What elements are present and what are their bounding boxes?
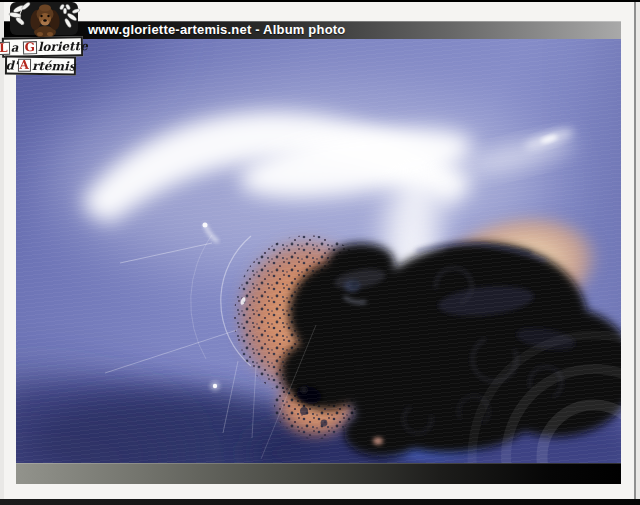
photo-graphic (16, 39, 621, 463)
site-header-bar: www.gloriette-artemis.net - Album photo (4, 21, 621, 39)
cocker-spaniel-emblem-icon (2, 1, 86, 37)
logo-text: a (11, 41, 19, 55)
window-top-edge (0, 0, 640, 2)
window-bottom-edge (0, 499, 640, 505)
album-photo[interactable] (16, 39, 621, 463)
site-url-text: www.gloriette-artemis.net - Album photo (88, 21, 345, 39)
logo-text: loriette (38, 39, 88, 54)
window-right-border (634, 2, 636, 499)
site-logo[interactable]: La Gloriette d'Artémis (2, 1, 88, 73)
logo-plaque-line1: La Gloriette (2, 36, 83, 58)
window-frame: www.gloriette-artemis.net - Album photo (0, 0, 640, 505)
logo-initial-L: L (0, 41, 10, 54)
logo-text: d' (5, 58, 17, 72)
logo-plaque-line2: d'Artémis (5, 56, 76, 76)
logo-text: rtémis (32, 58, 76, 73)
logo-initial-G: G (23, 41, 38, 54)
logo-initial-A: A (18, 59, 31, 72)
footer-bar (16, 463, 621, 484)
